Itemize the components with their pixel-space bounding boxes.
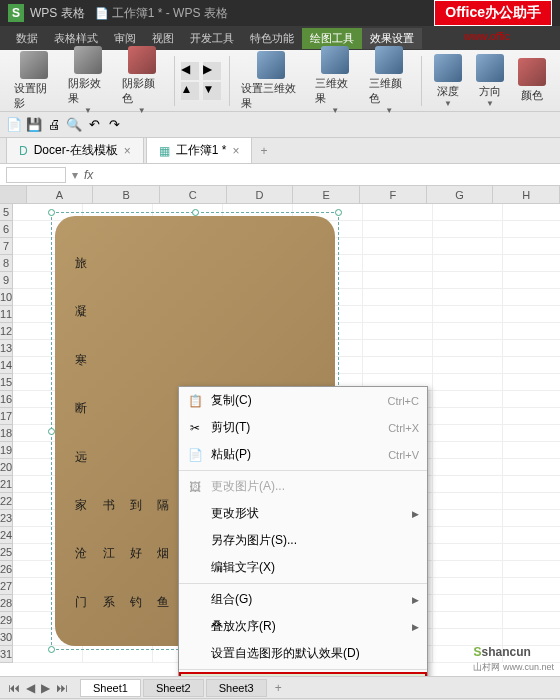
row-header[interactable]: 10 <box>0 289 12 306</box>
chevron-right-icon: ▶ <box>412 622 419 632</box>
row-header[interactable]: 26 <box>0 561 12 578</box>
title-bar: S WPS 表格 📄 工作簿1 * - WPS 表格 Office办公助手 <box>0 0 560 26</box>
ribbon-direction[interactable]: 方向▼ <box>470 52 510 110</box>
col-header[interactable]: F <box>360 186 427 203</box>
ctx-order[interactable]: 叠放次序(R)▶ <box>179 613 427 640</box>
row-header[interactable]: 27 <box>0 578 12 595</box>
row-header[interactable]: 28 <box>0 595 12 612</box>
row-header[interactable]: 18 <box>0 425 12 442</box>
menu-data[interactable]: 数据 <box>8 28 46 49</box>
ctx-edit-text[interactable]: 编辑文字(X) <box>179 554 427 581</box>
cut-icon: ✂ <box>187 421 203 435</box>
menu-dev-tools[interactable]: 开发工具 <box>182 28 242 49</box>
ribbon-set-shadow[interactable]: 设置阴影 <box>8 49 60 113</box>
ctx-default-effect[interactable]: 设置自选图形的默认效果(D) <box>179 640 427 667</box>
col-header[interactable]: H <box>493 186 560 203</box>
row-header[interactable]: 17 <box>0 408 12 425</box>
ribbon-3d-fx[interactable]: 三维效果▼ <box>309 44 361 117</box>
ctx-separator <box>179 470 427 471</box>
row-header[interactable]: 11 <box>0 306 12 323</box>
shadow-nudge-grid[interactable]: ◀▶ ▲▼ <box>181 62 223 100</box>
row-header[interactable]: 12 <box>0 323 12 340</box>
print-icon[interactable]: 🖨 <box>46 117 62 133</box>
col-header[interactable]: E <box>293 186 360 203</box>
ctx-format-object[interactable]: 🎨设置对象格式(O)... <box>179 672 427 676</box>
ctx-paste[interactable]: 📄粘贴(P)Ctrl+V <box>179 441 427 468</box>
app-logo: S <box>8 4 24 22</box>
row-header[interactable]: 9 <box>0 272 12 289</box>
tab-workbook1[interactable]: ▦工作簿1 *× <box>146 137 253 164</box>
row-header[interactable]: 23 <box>0 510 12 527</box>
col-header[interactable]: A <box>27 186 94 203</box>
row-header[interactable]: 14 <box>0 357 12 374</box>
row-header[interactable]: 21 <box>0 476 12 493</box>
row-header[interactable]: 15 <box>0 374 12 391</box>
row-header[interactable]: 29 <box>0 612 12 629</box>
sheet-area: A B C D E F G H 567891011121314151617181… <box>0 186 560 676</box>
row-header[interactable]: 30 <box>0 629 12 646</box>
col-header[interactable]: D <box>227 186 294 203</box>
row-header[interactable]: 16 <box>0 391 12 408</box>
col-header[interactable]: G <box>427 186 494 203</box>
sheet-tab-3[interactable]: Sheet3 <box>206 679 267 697</box>
row-header[interactable]: 5 <box>0 204 12 221</box>
add-tab-button[interactable]: + <box>254 142 273 160</box>
sheet-add-icon[interactable]: + <box>269 681 288 695</box>
row-header[interactable]: 25 <box>0 544 12 561</box>
undo-icon[interactable]: ↶ <box>86 117 102 133</box>
shadow-icon <box>20 51 48 79</box>
row-header[interactable]: 6 <box>0 221 12 238</box>
ctx-group[interactable]: 组合(G)▶ <box>179 586 427 613</box>
row-header[interactable]: 8 <box>0 255 12 272</box>
sheet-next-icon[interactable]: ▶ <box>39 681 52 695</box>
ctx-save-as-picture[interactable]: 另存为图片(S)... <box>179 527 427 554</box>
row-header[interactable]: 13 <box>0 340 12 357</box>
sheet-first-icon[interactable]: ⏮ <box>6 681 22 695</box>
row-header[interactable]: 20 <box>0 459 12 476</box>
tab-docer[interactable]: DDocer-在线模板× <box>6 137 144 164</box>
ribbon-set-3d[interactable]: 设置三维效果 <box>235 49 307 113</box>
row-header[interactable]: 31 <box>0 646 12 663</box>
row-headers: 5678910111213141516171819202122232425262… <box>0 204 13 663</box>
sheet-last-icon[interactable]: ⏭ <box>54 681 70 695</box>
col-header[interactable]: B <box>93 186 160 203</box>
ribbon-separator <box>421 56 422 106</box>
close-icon[interactable]: × <box>232 144 239 158</box>
ribbon-3d-color[interactable]: 三维颜色▼ <box>363 44 415 117</box>
row-header[interactable]: 22 <box>0 493 12 510</box>
chevron-right-icon: ▶ <box>412 595 419 605</box>
fx-label[interactable]: fx <box>84 168 93 182</box>
ribbon: 设置阴影 阴影效果▼ 阴影颜色▼ ◀▶ ▲▼ 设置三维效果 三维效果▼ 三维颜色… <box>0 50 560 112</box>
sheet-nav: ⏮ ◀ ▶ ⏭ <box>6 681 70 695</box>
ribbon-shadow-color[interactable]: 阴影颜色▼ <box>116 44 168 117</box>
paste-icon: 📄 <box>187 448 203 462</box>
menu-features[interactable]: 特色功能 <box>242 28 302 49</box>
save-icon[interactable]: 💾 <box>26 117 42 133</box>
new-icon[interactable]: 📄 <box>6 117 22 133</box>
row-header[interactable]: 7 <box>0 238 12 255</box>
row-header[interactable]: 19 <box>0 442 12 459</box>
ribbon-depth[interactable]: 深度▼ <box>428 52 468 110</box>
sheet-tab-1[interactable]: Sheet1 <box>80 679 141 697</box>
url-overlay: www.offic <box>464 30 510 42</box>
context-menu: 📋复制(C)Ctrl+C ✂剪切(T)Ctrl+X 📄粘贴(P)Ctrl+V 🖼… <box>178 386 428 676</box>
column-headers: A B C D E F G H <box>0 186 560 204</box>
ctx-cut[interactable]: ✂剪切(T)Ctrl+X <box>179 414 427 441</box>
preview-icon[interactable]: 🔍 <box>66 117 82 133</box>
name-box[interactable] <box>6 167 66 183</box>
select-all-corner[interactable] <box>0 186 27 203</box>
ctx-copy[interactable]: 📋复制(C)Ctrl+C <box>179 387 427 414</box>
document-tabs: DDocer-在线模板× ▦工作簿1 *× + <box>0 138 560 164</box>
ctx-change-shape[interactable]: 更改形状▶ <box>179 500 427 527</box>
ribbon-shadow-fx[interactable]: 阴影效果▼ <box>62 44 114 117</box>
dropdown-icon[interactable]: ▾ <box>72 168 78 182</box>
close-icon[interactable]: × <box>124 144 131 158</box>
sheet-tabs-bar: ⏮ ◀ ▶ ⏭ Sheet1 Sheet2 Sheet3 + <box>0 676 560 698</box>
ctx-separator <box>179 669 427 670</box>
redo-icon[interactable]: ↷ <box>106 117 122 133</box>
row-header[interactable]: 24 <box>0 527 12 544</box>
sheet-prev-icon[interactable]: ◀ <box>24 681 37 695</box>
col-header[interactable]: C <box>160 186 227 203</box>
ribbon-surface[interactable]: 颜色 <box>512 56 552 105</box>
sheet-tab-2[interactable]: Sheet2 <box>143 679 204 697</box>
